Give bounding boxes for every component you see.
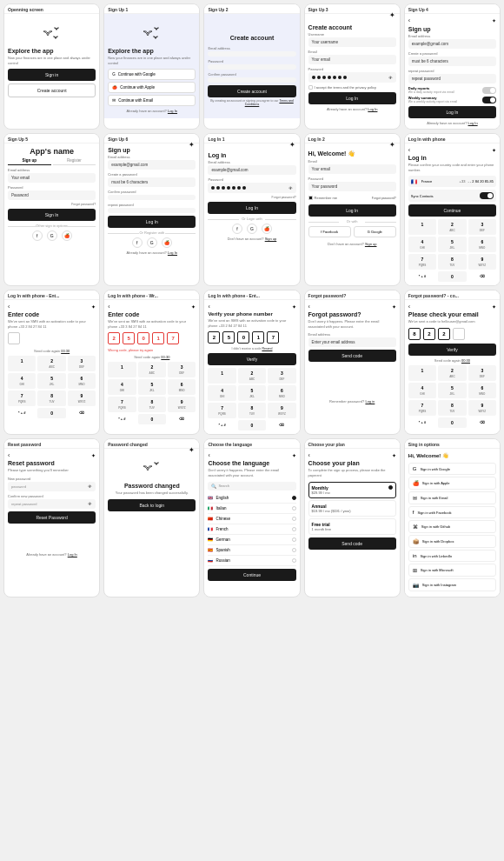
key-7-lp3[interactable]: 7PQRS <box>108 397 136 412</box>
username-input[interactable]: Your username <box>308 37 396 47</box>
key-backspace-lp4[interactable]: ⌫ <box>268 420 295 430</box>
key-1-fp2[interactable]: 1 <box>408 365 436 381</box>
back-arrow-fp[interactable]: ‹ <box>308 304 310 310</box>
forgot-pwd-l2[interactable]: Forgot password? <box>372 197 396 200</box>
key-star-lp4[interactable]: * + # <box>208 420 235 430</box>
lang-chinese[interactable]: 🇨🇳Chinese <box>208 514 295 524</box>
signin-btn-s5[interactable]: Sign In <box>8 209 96 221</box>
repeat-pwd-input[interactable]: repeat password <box>408 74 496 83</box>
key-9-lp4[interactable]: 9WXYZ <box>268 403 295 418</box>
code-box-2b[interactable]: 2 <box>208 331 220 344</box>
email-input-s3[interactable]: Your email <box>308 55 396 64</box>
google-signin[interactable]: GSign in with Google <box>408 463 496 475</box>
code-box-1-lp2[interactable] <box>8 332 20 344</box>
code-box-8[interactable]: 8 <box>408 328 421 340</box>
key-2[interactable]: 2ABC <box>438 219 466 235</box>
forgot-pwd-s5[interactable]: Forgot password? <box>8 203 96 206</box>
key-9-lp3[interactable]: 9WXYZ <box>168 397 196 412</box>
key-backspace-fp2[interactable]: ⌫ <box>468 417 496 428</box>
login-btn-l1[interactable]: Log In <box>208 202 295 214</box>
facebook-btn-l2[interactable]: f Facebook <box>308 226 351 237</box>
key-4-lp2[interactable]: 4GHI <box>8 373 36 389</box>
lang-english[interactable]: 🇬🇧English <box>208 493 295 504</box>
back-arrow-lp2[interactable]: ‹ <box>8 304 10 310</box>
register-tab[interactable]: Register <box>53 158 96 165</box>
back-arrow-rp[interactable]: ‹ <box>8 452 10 458</box>
daily-reports-toggle[interactable] <box>482 87 496 94</box>
create-account-btn-s2[interactable]: Create account <box>208 85 295 97</box>
search-lang[interactable]: 🔍 Search <box>208 482 295 491</box>
repeat-pwd-input-s6[interactable] <box>108 208 196 213</box>
key-4-lp3[interactable]: 4GHI <box>108 379 136 395</box>
password-input-s5[interactable]: Password <box>8 190 96 200</box>
key-2-lp2[interactable]: 2ABC <box>37 356 65 371</box>
key-2-fp2[interactable]: 2ABC <box>438 365 466 381</box>
lang-german[interactable]: 🇩🇪German <box>208 535 295 545</box>
key-3[interactable]: 3DEF <box>468 219 496 235</box>
key-8-fp2[interactable]: 8TUV <box>438 400 466 416</box>
code-box-empty-fp2[interactable] <box>453 328 465 340</box>
key-4-fp2[interactable]: 4GHI <box>408 383 436 398</box>
facebook-signin[interactable]: fSign in with Facebook <box>408 506 496 518</box>
lang-russian[interactable]: 🇷🇺Russian <box>208 556 295 566</box>
back-arrow-lp3[interactable]: ‹ <box>108 304 109 310</box>
monthly-plan[interactable]: Monthly $29.99 / mo <box>308 482 396 498</box>
key-star-fp2[interactable]: * + # <box>408 417 436 428</box>
signup-tab[interactable]: Sign up <box>8 158 51 165</box>
verify-btn-fp2[interactable]: Verify <box>408 344 496 356</box>
code-box-2[interactable]: 2 <box>108 332 120 344</box>
apple-icon-s5[interactable]: 🍎 <box>62 230 72 241</box>
code-box-7[interactable]: 7 <box>167 332 179 344</box>
email-input-s4[interactable]: example@gmail.com <box>408 39 496 49</box>
lang-italian[interactable]: 🇮🇹Italian <box>208 504 295 514</box>
back-arrow-cl[interactable]: ‹ <box>208 452 209 458</box>
back-arrow-s4[interactable]: ‹ <box>408 17 410 23</box>
fb-icon-s6[interactable]: f <box>132 237 143 248</box>
code-box-5[interactable]: 5 <box>123 332 135 344</box>
google-icon-s5[interactable]: G <box>47 230 57 241</box>
password-input-s2[interactable] <box>208 64 295 70</box>
create-pwd-input[interactable]: must be 6 characters <box>408 57 496 66</box>
key-6[interactable]: 6MNO <box>468 237 496 252</box>
dropbox-signin[interactable]: 📦Sign in with Dropbox <box>408 535 496 548</box>
key-star-lp3[interactable]: * + # <box>108 414 136 424</box>
create-pwd-input-s6[interactable]: must be 6 characters <box>108 177 196 187</box>
key-6-lp4[interactable]: 6MNO <box>268 385 295 401</box>
apple-icon-s6[interactable]: 🍎 <box>162 237 172 248</box>
back-arrow-fp2[interactable]: ‹ <box>408 304 410 310</box>
email-signin[interactable]: ✉Sign in with Email <box>408 491 496 504</box>
confirm-pwd-input-s6[interactable] <box>108 195 196 200</box>
terms-checkbox[interactable]: I accept the terms and the privacy polic… <box>308 85 396 90</box>
key-star-lp2[interactable]: * + # <box>8 408 36 418</box>
key-8-lp4[interactable]: 8TUV <box>238 403 266 418</box>
key-5-lp2[interactable]: 5JKL <box>37 373 65 389</box>
email-btn[interactable]: ✉ Continue with Email <box>108 95 196 106</box>
key-9-fp2[interactable]: 9WXYZ <box>468 400 496 416</box>
key-6-lp2[interactable]: 6MNO <box>68 373 96 389</box>
key-8-lp3[interactable]: 8TUV <box>138 397 166 412</box>
confirm-new-pwd-input[interactable]: repeat password 👁 <box>8 499 96 509</box>
github-signin[interactable]: ⌘Sign in with Github <box>408 520 496 533</box>
key-star[interactable]: * + # <box>408 271 436 282</box>
key-0-lp2[interactable]: 0 <box>37 408 65 418</box>
google-icon-l1[interactable]: G <box>247 224 257 234</box>
back-arrow-cp[interactable]: ‹ <box>308 452 310 458</box>
email-input-l2[interactable]: Your email <box>308 164 396 174</box>
key-8-lp2[interactable]: 8TUV <box>37 390 65 406</box>
key-7-lp4[interactable]: 7PQRS <box>208 403 235 418</box>
key-backspace-lp3[interactable]: ⌫ <box>168 414 196 424</box>
code-box-0b[interactable]: 0 <box>237 331 249 344</box>
key-1-lp2[interactable]: 1 <box>8 356 36 371</box>
forgot-pwd-l1[interactable]: Forgot password? <box>208 196 295 199</box>
key-8[interactable]: 8TUV <box>438 254 466 270</box>
remember-me[interactable]: Remember me <box>308 196 337 200</box>
apple-signin[interactable]: 🍎Sign in with Apple <box>408 477 496 490</box>
email-input-s5[interactable]: Your email <box>8 173 96 183</box>
key-3-fp2[interactable]: 3DEF <box>468 365 496 381</box>
key-backspace-lp2[interactable]: ⌫ <box>68 408 96 418</box>
key-2-lp3[interactable]: 2ABC <box>138 362 166 377</box>
code-box-2c[interactable]: 2 <box>423 328 435 340</box>
key-5-lp3[interactable]: 5JKL <box>138 379 166 395</box>
password-input-l2[interactable]: Your password <box>308 182 396 191</box>
google-btn[interactable]: G Continue with Google <box>108 69 196 80</box>
